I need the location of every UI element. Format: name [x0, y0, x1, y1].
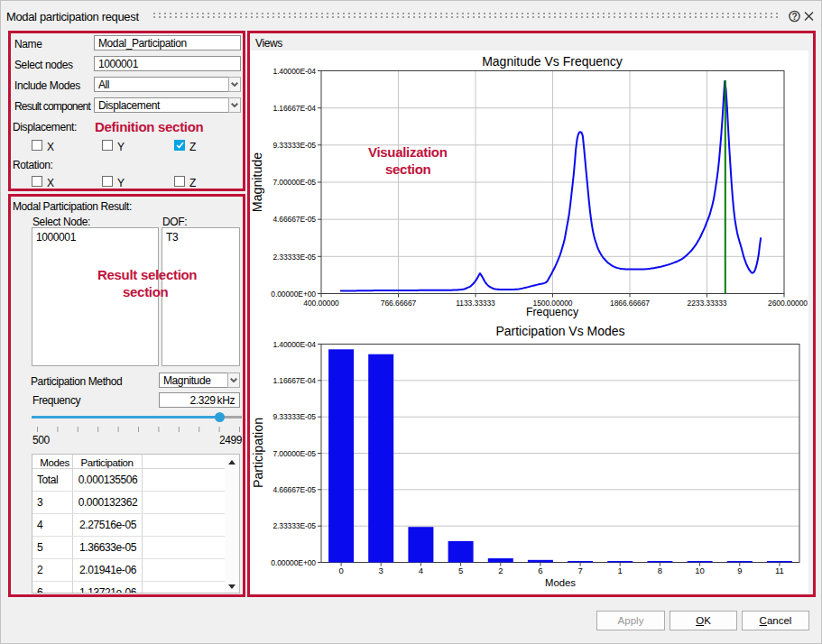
- svg-text:2600.00000: 2600.00000: [768, 299, 808, 308]
- svg-text:2.33333E-05: 2.33333E-05: [272, 253, 316, 262]
- svg-text:400.00000: 400.00000: [303, 299, 339, 308]
- svg-text:Magnitude Vs Frequency: Magnitude Vs Frequency: [482, 54, 623, 69]
- svg-text:7: 7: [577, 566, 582, 575]
- svg-text:2.33333E-05: 2.33333E-05: [272, 521, 316, 530]
- svg-text:7.00000E-05: 7.00000E-05: [272, 178, 316, 187]
- svg-text:Magnitude: Magnitude: [250, 152, 264, 212]
- svg-text:Modes: Modes: [545, 577, 576, 588]
- svg-text:2: 2: [498, 566, 503, 575]
- svg-text:9.33333E-05: 9.33333E-05: [272, 141, 316, 150]
- svg-text:2233.33333: 2233.33333: [688, 299, 727, 308]
- svg-text:6: 6: [538, 566, 542, 575]
- svg-text:8: 8: [658, 566, 662, 575]
- svg-text:11: 11: [775, 566, 784, 575]
- svg-text:1866.66667: 1866.66667: [610, 299, 650, 308]
- svg-text:10: 10: [695, 566, 705, 575]
- svg-text:1: 1: [618, 566, 623, 575]
- svg-text:Participation: Participation: [251, 418, 265, 488]
- svg-text:7.00000E-05: 7.00000E-05: [272, 449, 316, 458]
- svg-text:?: ?: [791, 12, 797, 22]
- svg-text:9: 9: [737, 566, 742, 575]
- svg-text:Participation Vs Modes: Participation Vs Modes: [495, 324, 624, 338]
- svg-text:4.66667E-05: 4.66667E-05: [272, 215, 316, 224]
- svg-text:9.33333E-05: 9.33333E-05: [272, 412, 316, 421]
- svg-text:1133.33333: 1133.33333: [456, 299, 495, 308]
- svg-text:4.66667E-05: 4.66667E-05: [272, 485, 316, 494]
- svg-text:0.00000E+00: 0.00000E+00: [271, 290, 316, 299]
- svg-text:Frequency: Frequency: [526, 306, 579, 318]
- svg-text:1.16667E-04: 1.16667E-04: [272, 104, 316, 113]
- svg-text:5: 5: [458, 566, 463, 575]
- svg-text:4: 4: [419, 566, 423, 575]
- svg-text:3: 3: [379, 566, 383, 575]
- svg-text:766.66667: 766.66667: [381, 299, 417, 308]
- svg-text:0.00000E+00: 0.00000E+00: [271, 558, 316, 567]
- svg-text:1.16667E-04: 1.16667E-04: [272, 376, 316, 385]
- svg-text:1.40000E-04: 1.40000E-04: [272, 340, 316, 349]
- svg-text:0: 0: [338, 566, 343, 575]
- svg-text:1.40000E-04: 1.40000E-04: [272, 67, 316, 76]
